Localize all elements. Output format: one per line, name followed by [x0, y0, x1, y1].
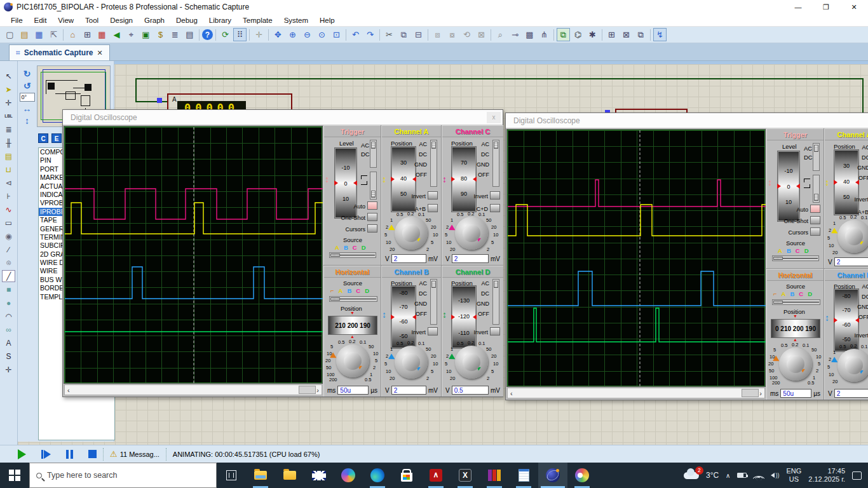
save-design-icon[interactable]: ▦	[32, 28, 46, 41]
zoom-all-icon[interactable]: ⊙	[315, 28, 329, 41]
2d-circle-icon[interactable]: ●	[2, 297, 15, 309]
step-button[interactable]	[41, 450, 51, 459]
invert-button[interactable]	[490, 327, 500, 336]
graph-mode-icon[interactable]: ∿	[2, 203, 15, 215]
proteus-button[interactable]	[538, 463, 567, 488]
block-move-icon[interactable]: ⧇	[445, 28, 459, 41]
menu-file[interactable]: File	[5, 15, 29, 25]
text-script-icon[interactable]: ≣	[2, 123, 15, 135]
channel-d-gain-value[interactable]: 0.5	[452, 386, 489, 395]
acrobat-button[interactable]: ∧	[421, 463, 451, 488]
channel-b-position-gauge[interactable]: -80 -70 -60 -50	[391, 285, 416, 349]
one-shot-button[interactable]	[367, 213, 377, 221]
3d-view-icon[interactable]: ◀	[110, 28, 123, 41]
bom-icon[interactable]: $	[154, 28, 167, 41]
terminal-icon[interactable]: ⊲	[2, 177, 15, 189]
gain-knob[interactable]	[395, 217, 428, 250]
file-explorer-button[interactable]	[246, 463, 275, 488]
component-filter-button[interactable]: C	[38, 133, 48, 143]
sum-button[interactable]	[490, 204, 500, 212]
oscilloscope-window-1[interactable]: Digital Oscilloscope x ‹› Trigger Level …	[62, 109, 503, 397]
zoom-area-icon[interactable]: ⊡	[330, 28, 343, 41]
2d-text-icon[interactable]: A	[2, 337, 15, 349]
goto-sheet-icon[interactable]: ⧉	[634, 28, 648, 41]
menu-tool[interactable]: Tool	[79, 15, 104, 25]
trigger-edge-slider[interactable]	[370, 172, 377, 200]
invert-button[interactable]	[490, 191, 500, 200]
menu-view[interactable]: View	[52, 15, 79, 25]
home-page-icon[interactable]: ⌂	[66, 28, 79, 41]
gain-knob[interactable]	[837, 349, 868, 382]
refresh-icon[interactable]: ⟳	[219, 28, 232, 41]
folder-app-button[interactable]	[275, 463, 304, 488]
clock[interactable]: 17:45 2.12.2025 г.	[808, 467, 845, 484]
pickup-icon[interactable]: ⊸	[508, 28, 522, 41]
subcircuit-icon[interactable]: ⊔	[2, 163, 15, 175]
block-rotate-icon[interactable]: ⟲	[460, 28, 473, 41]
generator-icon[interactable]: ◉	[2, 230, 15, 242]
copilot-button[interactable]	[334, 463, 363, 488]
channel-a-coupling-slider[interactable]	[430, 140, 437, 187]
tab-close-icon[interactable]: ✕	[97, 49, 102, 57]
channel-b-gain-value[interactable]: 2	[391, 386, 426, 395]
channel-b-coupling-slider[interactable]	[430, 279, 437, 325]
menu-system[interactable]: System	[278, 15, 314, 25]
rotate-cw-icon[interactable]: ↻	[24, 69, 31, 79]
paste-icon[interactable]: ⊟	[412, 28, 425, 41]
timebase-value[interactable]: 50u	[780, 389, 811, 398]
new-sheet-icon[interactable]: ⊞	[81, 28, 94, 41]
weather-button[interactable]: 2	[684, 472, 699, 479]
auto-button[interactable]	[810, 205, 820, 213]
action-center-icon[interactable]	[852, 471, 862, 480]
2d-symbol-icon[interactable]: S	[2, 350, 15, 362]
maximize-button[interactable]: ❐	[812, 0, 840, 14]
timebase-knob[interactable]	[336, 344, 369, 377]
horizontal-position-gauge[interactable]: 210 200 190	[328, 316, 377, 335]
channel-a-position-gauge[interactable]: 30 40 50	[834, 149, 859, 215]
import-design-icon[interactable]: ⇱	[47, 28, 60, 41]
scroll-left-icon[interactable]: ‹	[67, 386, 70, 394]
battery-icon[interactable]	[737, 473, 747, 478]
temperature-label[interactable]: 3°C	[706, 471, 719, 480]
design-explorer-icon[interactable]: ▣	[139, 28, 153, 41]
2d-arc-icon[interactable]: ◠	[2, 310, 15, 322]
device-pin-icon[interactable]: ⊦	[2, 190, 15, 202]
component-mode-icon[interactable]: ➤	[2, 83, 15, 95]
junction-dot-icon[interactable]: ✛	[2, 97, 15, 109]
horizontal-source-slider[interactable]	[329, 296, 377, 302]
grid-toggle-icon[interactable]: ⠿	[233, 28, 247, 41]
oscilloscope-title-bar[interactable]: Digital Oscilloscope	[506, 113, 868, 128]
level-adjust-arrows[interactable]: ↕	[325, 174, 329, 184]
scope-scrollbar[interactable]: ‹›	[64, 384, 322, 395]
trigger-coupling-slider[interactable]	[813, 143, 820, 171]
invert-button[interactable]	[428, 191, 438, 200]
help-icon[interactable]: ?	[202, 29, 213, 40]
position-adjust-arrows[interactable]: ↕	[382, 174, 386, 184]
paint-button[interactable]	[567, 463, 597, 488]
edit-filter-button[interactable]: E	[51, 133, 62, 143]
volume-icon[interactable]: ))	[771, 472, 779, 478]
current-probe-icon[interactable]: ⌾	[2, 257, 15, 269]
menu-design[interactable]: Design	[104, 15, 139, 25]
minimize-button[interactable]: —	[784, 0, 812, 14]
selection-mode-icon[interactable]: ↖	[2, 70, 15, 82]
copy-icon[interactable]: ⧉	[397, 28, 410, 41]
horizontal-position-gauge[interactable]: 0 210 200 190	[771, 319, 820, 338]
gain-knob[interactable]	[395, 346, 428, 379]
hidden-icons-chevron[interactable]: ∧	[726, 472, 730, 479]
wire-label-icon[interactable]: LBL	[2, 110, 15, 122]
level-adjust-arrows[interactable]: ↕	[768, 177, 772, 187]
message-count[interactable]: 11 Messag...	[120, 451, 159, 458]
position-adjust-arrows[interactable]: ↕	[825, 177, 829, 187]
taskbar-search[interactable]: Type here to search	[29, 463, 217, 488]
scope-scrollbar[interactable]: ‹›	[507, 388, 765, 398]
redo-icon[interactable]: ↷	[363, 28, 377, 41]
oscilloscope-close-ic[interactable]: x	[487, 112, 501, 123]
new-design-icon[interactable]: ▢	[3, 28, 17, 41]
notes-icon[interactable]: ▤	[183, 28, 196, 41]
wire[interactable]	[135, 78, 864, 79]
invert-button[interactable]	[428, 327, 438, 336]
2d-path-icon[interactable]: ∞	[2, 323, 15, 336]
open-design-icon[interactable]: ▤	[18, 28, 31, 41]
trigger-coupling-slider[interactable]	[370, 140, 377, 168]
